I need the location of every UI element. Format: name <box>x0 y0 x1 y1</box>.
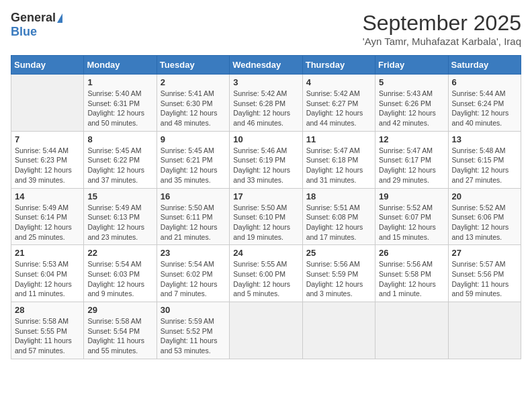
calendar-day-cell: 25 Sunrise: 5:56 AMSunset: 5:59 PMDaylig… <box>302 245 375 302</box>
day-info: Sunrise: 5:43 AMSunset: 6:26 PMDaylight:… <box>379 89 444 128</box>
calendar-day-cell <box>11 75 84 132</box>
calendar-day-cell: 24 Sunrise: 5:55 AMSunset: 6:00 PMDaylig… <box>230 245 302 302</box>
calendar-day-cell: 22 Sunrise: 5:54 AMSunset: 6:03 PMDaylig… <box>84 245 157 302</box>
day-info: Sunrise: 5:49 AMSunset: 6:14 PMDaylight:… <box>15 203 80 242</box>
calendar-day-cell: 7 Sunrise: 5:44 AMSunset: 6:23 PMDayligh… <box>11 131 84 188</box>
day-info: Sunrise: 5:54 AMSunset: 6:02 PMDaylight:… <box>161 259 226 299</box>
day-number: 1 <box>87 77 152 87</box>
calendar-day-cell: 12 Sunrise: 5:47 AMSunset: 6:17 PMDaylig… <box>375 131 448 188</box>
day-number: 3 <box>233 77 298 87</box>
calendar-day-cell: 1 Sunrise: 5:40 AMSunset: 6:31 PMDayligh… <box>84 75 157 132</box>
calendar-day-cell: 23 Sunrise: 5:54 AMSunset: 6:02 PMDaylig… <box>157 245 229 302</box>
day-number: 18 <box>306 191 371 201</box>
day-number: 12 <box>379 134 444 144</box>
day-number: 25 <box>306 248 371 258</box>
calendar-day-cell <box>230 302 302 359</box>
weekday-header: Sunday <box>11 56 84 75</box>
calendar-day-cell: 14 Sunrise: 5:49 AMSunset: 6:14 PMDaylig… <box>11 188 84 245</box>
calendar-header: SundayMondayTuesdayWednesdayThursdayFrid… <box>11 56 521 75</box>
calendar-day-cell: 8 Sunrise: 5:45 AMSunset: 6:22 PMDayligh… <box>84 131 157 188</box>
day-info: Sunrise: 5:53 AMSunset: 6:04 PMDaylight:… <box>15 259 80 299</box>
day-info: Sunrise: 5:48 AMSunset: 6:15 PMDaylight:… <box>452 146 517 185</box>
calendar-day-cell: 19 Sunrise: 5:52 AMSunset: 6:07 PMDaylig… <box>375 188 448 245</box>
day-info: Sunrise: 5:50 AMSunset: 6:11 PMDaylight:… <box>161 203 226 242</box>
day-number: 17 <box>233 191 298 201</box>
day-number: 2 <box>161 77 226 87</box>
logo: General Blue <box>11 11 62 39</box>
calendar-day-cell: 18 Sunrise: 5:51 AMSunset: 6:08 PMDaylig… <box>302 188 375 245</box>
day-info: Sunrise: 5:49 AMSunset: 6:13 PMDaylight:… <box>87 203 152 242</box>
weekday-header: Saturday <box>448 56 521 75</box>
logo-blue-text: Blue <box>11 25 37 38</box>
day-number: 24 <box>233 248 298 258</box>
calendar-day-cell: 11 Sunrise: 5:47 AMSunset: 6:18 PMDaylig… <box>302 131 375 188</box>
day-info: Sunrise: 5:52 AMSunset: 6:07 PMDaylight:… <box>379 203 444 242</box>
day-info: Sunrise: 5:45 AMSunset: 6:22 PMDaylight:… <box>87 146 152 185</box>
calendar-day-cell: 28 Sunrise: 5:58 AMSunset: 5:55 PMDaylig… <box>11 302 84 359</box>
page-title: September 2025 <box>362 11 521 36</box>
calendar-week-row: 7 Sunrise: 5:44 AMSunset: 6:23 PMDayligh… <box>11 131 521 188</box>
calendar-day-cell: 4 Sunrise: 5:42 AMSunset: 6:27 PMDayligh… <box>302 75 375 132</box>
day-number: 15 <box>87 191 152 201</box>
calendar-day-cell: 6 Sunrise: 5:44 AMSunset: 6:24 PMDayligh… <box>448 75 521 132</box>
calendar-day-cell: 27 Sunrise: 5:57 AMSunset: 5:56 PMDaylig… <box>448 245 521 302</box>
calendar-day-cell: 13 Sunrise: 5:48 AMSunset: 6:15 PMDaylig… <box>448 131 521 188</box>
calendar-week-row: 28 Sunrise: 5:58 AMSunset: 5:55 PMDaylig… <box>11 302 521 359</box>
day-number: 6 <box>452 77 517 87</box>
calendar-day-cell: 29 Sunrise: 5:58 AMSunset: 5:54 PMDaylig… <box>84 302 157 359</box>
day-info: Sunrise: 5:47 AMSunset: 6:18 PMDaylight:… <box>306 146 371 185</box>
weekday-header: Thursday <box>302 56 375 75</box>
day-info: Sunrise: 5:41 AMSunset: 6:30 PMDaylight:… <box>161 89 226 128</box>
calendar-day-cell: 5 Sunrise: 5:43 AMSunset: 6:26 PMDayligh… <box>375 75 448 132</box>
weekday-header: Tuesday <box>157 56 229 75</box>
day-number: 4 <box>306 77 371 87</box>
day-number: 26 <box>379 248 444 258</box>
page-location: 'Ayn Tamr, Muhafazat Karbala', Iraq <box>362 36 521 47</box>
day-info: Sunrise: 5:54 AMSunset: 6:03 PMDaylight:… <box>87 259 152 299</box>
title-area: September 2025 'Ayn Tamr, Muhafazat Karb… <box>362 11 521 47</box>
calendar-day-cell: 10 Sunrise: 5:46 AMSunset: 6:19 PMDaylig… <box>230 131 302 188</box>
calendar-table: SundayMondayTuesdayWednesdayThursdayFrid… <box>11 55 521 359</box>
day-number: 5 <box>379 77 444 87</box>
day-info: Sunrise: 5:45 AMSunset: 6:21 PMDaylight:… <box>161 146 226 185</box>
day-number: 23 <box>161 248 226 258</box>
day-info: Sunrise: 5:42 AMSunset: 6:28 PMDaylight:… <box>233 89 298 128</box>
day-number: 14 <box>15 191 80 201</box>
day-info: Sunrise: 5:47 AMSunset: 6:17 PMDaylight:… <box>379 146 444 185</box>
calendar-day-cell: 3 Sunrise: 5:42 AMSunset: 6:28 PMDayligh… <box>230 75 302 132</box>
day-number: 9 <box>161 134 226 144</box>
calendar-day-cell: 21 Sunrise: 5:53 AMSunset: 6:04 PMDaylig… <box>11 245 84 302</box>
day-number: 29 <box>87 305 152 315</box>
calendar-day-cell <box>302 302 375 359</box>
weekday-header: Friday <box>375 56 448 75</box>
calendar-week-row: 14 Sunrise: 5:49 AMSunset: 6:14 PMDaylig… <box>11 188 521 245</box>
weekday-header: Wednesday <box>230 56 302 75</box>
calendar-day-cell: 2 Sunrise: 5:41 AMSunset: 6:30 PMDayligh… <box>157 75 229 132</box>
weekday-header: Monday <box>84 56 157 75</box>
day-number: 21 <box>15 248 80 258</box>
day-number: 7 <box>15 134 80 144</box>
day-number: 28 <box>15 305 80 315</box>
calendar-day-cell <box>375 302 448 359</box>
day-info: Sunrise: 5:42 AMSunset: 6:27 PMDaylight:… <box>306 89 371 128</box>
calendar-day-cell: 20 Sunrise: 5:52 AMSunset: 6:06 PMDaylig… <box>448 188 521 245</box>
day-info: Sunrise: 5:44 AMSunset: 6:23 PMDaylight:… <box>15 146 80 185</box>
day-info: Sunrise: 5:46 AMSunset: 6:19 PMDaylight:… <box>233 146 298 185</box>
day-info: Sunrise: 5:52 AMSunset: 6:06 PMDaylight:… <box>452 203 517 242</box>
day-number: 22 <box>87 248 152 258</box>
day-number: 30 <box>161 305 226 315</box>
day-number: 8 <box>87 134 152 144</box>
day-number: 16 <box>161 191 226 201</box>
day-info: Sunrise: 5:57 AMSunset: 5:56 PMDaylight:… <box>452 259 517 299</box>
day-info: Sunrise: 5:40 AMSunset: 6:31 PMDaylight:… <box>87 89 152 128</box>
day-info: Sunrise: 5:56 AMSunset: 5:59 PMDaylight:… <box>306 259 371 299</box>
day-info: Sunrise: 5:59 AMSunset: 5:52 PMDaylight:… <box>161 316 226 356</box>
calendar-day-cell: 26 Sunrise: 5:56 AMSunset: 5:58 PMDaylig… <box>375 245 448 302</box>
logo-triangle-icon <box>57 13 62 23</box>
day-info: Sunrise: 5:58 AMSunset: 5:55 PMDaylight:… <box>15 316 80 356</box>
day-info: Sunrise: 5:55 AMSunset: 6:00 PMDaylight:… <box>233 259 298 299</box>
calendar-day-cell: 17 Sunrise: 5:50 AMSunset: 6:10 PMDaylig… <box>230 188 302 245</box>
day-info: Sunrise: 5:50 AMSunset: 6:10 PMDaylight:… <box>233 203 298 242</box>
calendar-day-cell: 15 Sunrise: 5:49 AMSunset: 6:13 PMDaylig… <box>84 188 157 245</box>
calendar-day-cell: 9 Sunrise: 5:45 AMSunset: 6:21 PMDayligh… <box>157 131 229 188</box>
